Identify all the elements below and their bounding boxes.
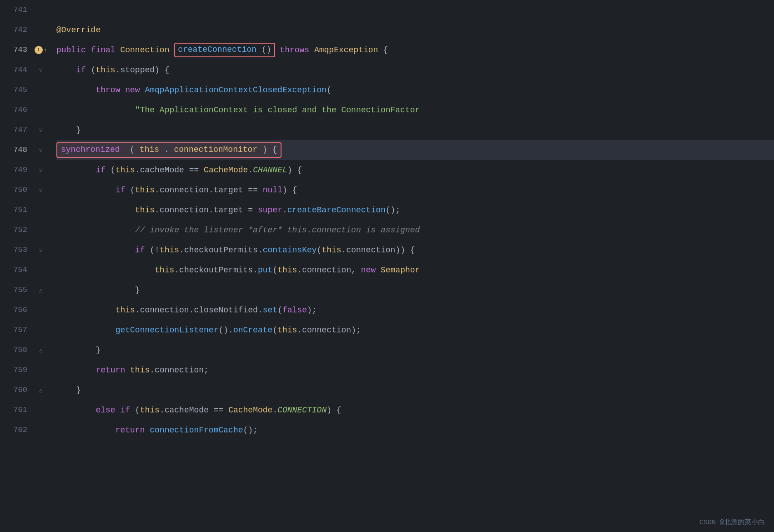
arrow-748: ▽ (39, 146, 43, 154)
arrow-758: △ (39, 346, 43, 354)
code-line-745: throw new AmqpApplicationContextClosedEx… (56, 80, 774, 100)
watermark: CSDN @北漂的菜小白 (699, 518, 765, 527)
code-line-757: getConnectionListener (). onCreate ( thi… (56, 320, 774, 340)
code-line-755: } (56, 280, 774, 300)
code-line-754: this . checkoutPermits . put ( this . co… (56, 260, 774, 280)
code-line-750: if ( this . connection . target == null … (56, 180, 774, 200)
code-line-747: } (56, 120, 774, 140)
arrow-755: △ (39, 286, 43, 294)
line-numbers: 741 742 743 744 745 746 747 748 749 750 … (0, 0, 33, 532)
code-line-748: synchronized ( this . connectionMonitor … (56, 140, 774, 160)
code-line-762: return connectionFromCache (); (56, 420, 774, 440)
badge-743: ! (35, 46, 43, 54)
code-line-751: this . connection . target = super . cre… (56, 200, 774, 220)
code-line-746: "The ApplicationContext is closed and th… (56, 100, 774, 120)
arrow-744: ▽ (39, 66, 43, 74)
code-line-749: if ( this . cacheMode == CacheMode . CHA… (56, 160, 774, 180)
code-line-756: this . connection . closeNotified . set … (56, 300, 774, 320)
code-line-752: // invoke the listener *after* this.conn… (56, 220, 774, 240)
annotation-override: @Override (56, 20, 101, 40)
code-line-759: return this . connection; (56, 360, 774, 380)
arrow-749: ▽ (39, 166, 43, 174)
code-line-742: @Override (56, 20, 774, 40)
highlight-create-connection: createConnection () (174, 43, 275, 57)
code-editor: 741 742 743 744 745 746 747 748 749 750 … (0, 0, 774, 532)
arrow-753: ▽ (39, 246, 43, 254)
code-line-743: public final Connection createConnection… (56, 40, 774, 60)
code-line-758: } (56, 340, 774, 360)
code-line-761: else if ( this . cacheMode == CacheMode … (56, 400, 774, 420)
arrow-760: △ (39, 386, 43, 394)
arrow-up-743: ↑ (44, 47, 47, 54)
arrow-750: ▽ (39, 186, 43, 194)
code-line-753: if (! this . checkoutPermits . containsK… (56, 240, 774, 260)
highlight-synchronized: synchronized ( this . connectionMonitor … (56, 142, 281, 157)
code-line-744: if ( this . stopped ) { (56, 60, 774, 80)
code-line-741 (56, 0, 774, 20)
code-content: @Override public final Connection create… (49, 0, 774, 532)
arrow-747: ▽ (39, 126, 43, 134)
code-line-760: } (56, 380, 774, 400)
gutter: ! ↑ ▽ ▽ ▽ ▽ ▽ ▽ △ (33, 0, 49, 532)
